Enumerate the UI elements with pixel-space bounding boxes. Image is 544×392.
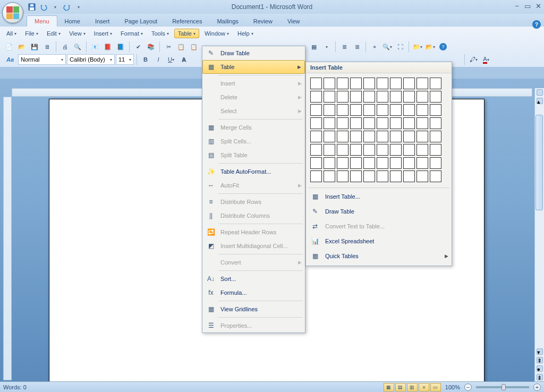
scroll-thumb[interactable] — [536, 115, 543, 210]
tab-mailings[interactable]: Mailings — [209, 16, 245, 27]
grid-cell[interactable] — [403, 171, 415, 182]
grid-cell[interactable] — [310, 131, 322, 142]
close-button[interactable]: ✕ — [534, 2, 542, 10]
grid-cell[interactable] — [390, 131, 402, 142]
page-down-icon[interactable]: ⇟ — [537, 374, 543, 380]
grid-cell[interactable] — [430, 117, 441, 129]
grid-cell[interactable] — [324, 104, 335, 116]
grid-cell[interactable] — [377, 131, 388, 142]
table-menu-item[interactable]: ✎Draw Table — [202, 46, 305, 60]
grid-cell[interactable] — [430, 104, 441, 116]
menu-insert[interactable]: Insert▾ — [91, 29, 116, 38]
grid-cell[interactable] — [377, 171, 388, 182]
draft-view-icon[interactable]: ▭ — [430, 383, 441, 391]
decrease-indent-icon[interactable]: ≣ — [338, 41, 350, 53]
tab-home[interactable]: Home — [57, 16, 88, 27]
grid-cell[interactable] — [390, 91, 402, 103]
menu-edit[interactable]: Edit▾ — [44, 29, 64, 38]
grid-cell[interactable] — [363, 91, 375, 103]
vertical-scrollbar[interactable]: ▴ ▾ ⇞ ● ⇟ — [534, 88, 544, 381]
table-submenu-item[interactable]: 📊Excel Spreadsheet — [306, 234, 452, 249]
page-up-icon[interactable]: ⇞ — [537, 357, 543, 363]
shadow-button[interactable]: A — [178, 54, 190, 65]
grid-cell[interactable] — [363, 144, 375, 156]
grid-cell[interactable] — [416, 91, 428, 103]
print-preview-icon[interactable]: 🔍 — [72, 41, 83, 53]
grid-cell[interactable] — [337, 157, 348, 169]
save-icon[interactable]: 💾 — [29, 41, 40, 53]
grid-cell[interactable] — [416, 157, 428, 169]
grid-cell[interactable] — [390, 117, 402, 129]
grid-cell[interactable] — [416, 144, 428, 156]
grid-cell[interactable] — [377, 104, 388, 116]
grid-cell[interactable] — [337, 131, 348, 142]
grid-cell[interactable] — [350, 78, 362, 89]
spellcheck-icon[interactable]: ✔ — [132, 41, 144, 53]
grid-cell[interactable] — [390, 157, 402, 169]
grid-cell[interactable] — [430, 131, 441, 142]
grid-cell[interactable] — [350, 171, 362, 182]
web-layout-view-icon[interactable]: ▥ — [407, 383, 418, 391]
grid-cell[interactable] — [363, 117, 375, 129]
minimize-button[interactable]: − — [513, 2, 521, 10]
grid-cell[interactable] — [324, 144, 335, 156]
grid-cell[interactable] — [430, 91, 441, 103]
grid-cell[interactable] — [430, 157, 441, 169]
grid-cell[interactable] — [310, 78, 322, 89]
folder1-icon[interactable]: 📁▾ — [412, 41, 423, 53]
grid-cell[interactable] — [324, 117, 335, 129]
grid-cell[interactable] — [416, 117, 428, 129]
outline-view-icon[interactable]: ≡ — [419, 383, 429, 391]
grid-cell[interactable] — [377, 117, 388, 129]
grid-cell[interactable] — [324, 91, 335, 103]
cut-icon[interactable]: ✂ — [163, 41, 174, 53]
grid-cell[interactable] — [403, 144, 415, 156]
font-size-selector[interactable]: 11▾ — [116, 54, 134, 65]
new-icon[interactable]: 📄 — [3, 41, 15, 53]
grid-cell[interactable] — [390, 171, 402, 182]
grid-cell[interactable] — [416, 171, 428, 182]
word-count[interactable]: Words: 0 — [3, 384, 27, 390]
paste-icon[interactable]: 📋 — [188, 41, 200, 53]
table-submenu-item[interactable]: ▦Quick Tables▶ — [306, 249, 452, 263]
help-icon[interactable]: ? — [437, 41, 449, 53]
zoom-out-button[interactable]: − — [464, 384, 472, 391]
grid-cell[interactable] — [363, 171, 375, 182]
mail-icon[interactable]: 📧 — [89, 41, 101, 53]
grid-cell[interactable] — [310, 171, 322, 182]
book-icon[interactable]: 📕 — [102, 41, 114, 53]
grid-cell[interactable] — [377, 78, 388, 89]
grid-cell[interactable] — [416, 78, 428, 89]
grid-cell[interactable] — [337, 117, 348, 129]
grid-cell[interactable] — [430, 144, 441, 156]
save-icon[interactable] — [27, 2, 37, 12]
table-menu-item[interactable]: ✨Table AutoFormat... — [202, 165, 305, 178]
bold-button[interactable]: B — [140, 54, 151, 65]
italic-button[interactable]: I — [152, 54, 164, 65]
table-menu-item[interactable]: A↓Sort... — [202, 272, 305, 286]
grid-cell[interactable] — [350, 157, 362, 169]
grid-cell[interactable] — [390, 144, 402, 156]
grid-cell[interactable] — [337, 91, 348, 103]
grid-cell[interactable] — [350, 131, 362, 142]
scroll-up-icon[interactable]: ▴ — [537, 98, 543, 104]
grid-cell[interactable] — [324, 78, 335, 89]
grid-cell[interactable] — [324, 131, 335, 142]
restore-button[interactable]: ▭ — [524, 2, 531, 10]
menu-file[interactable]: File▾ — [22, 29, 41, 38]
tab-references[interactable]: References — [165, 16, 209, 27]
table-menu-item[interactable]: fxFormula... — [202, 286, 305, 300]
grid-cell[interactable] — [337, 104, 348, 116]
vertical-ruler[interactable] — [3, 97, 12, 380]
grid-cell[interactable] — [363, 104, 375, 116]
grid-cell[interactable] — [403, 91, 415, 103]
grid-cell[interactable] — [363, 157, 375, 169]
tab-insert[interactable]: Insert — [88, 16, 117, 27]
grid-cell[interactable] — [403, 117, 415, 129]
grid-cell[interactable] — [310, 144, 322, 156]
grid-cell[interactable] — [403, 131, 415, 142]
office-button[interactable] — [2, 2, 23, 23]
grid-cell[interactable] — [350, 104, 362, 116]
print-layout-view-icon[interactable]: ▦ — [384, 383, 394, 391]
tab-page-layout[interactable]: Page Layout — [117, 16, 165, 27]
